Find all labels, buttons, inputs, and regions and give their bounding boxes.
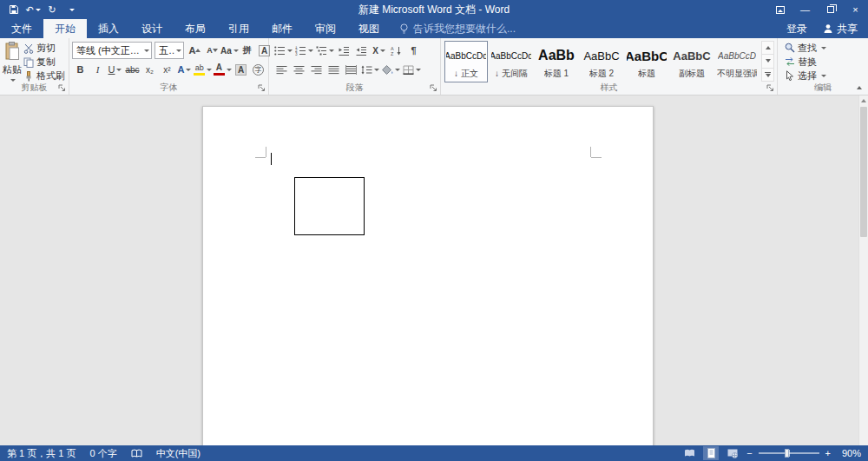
rectangle-shape[interactable] bbox=[294, 177, 365, 235]
tell-me-box[interactable]: 告诉我您想要做什么... bbox=[399, 19, 516, 38]
paste-button[interactable]: 粘贴 bbox=[3, 41, 22, 82]
character-shading-button[interactable]: A bbox=[233, 62, 249, 78]
text-effects-button[interactable]: A bbox=[176, 62, 193, 78]
scrollbar-thumb[interactable] bbox=[860, 107, 867, 237]
read-mode-button[interactable] bbox=[681, 446, 697, 460]
zoom-in-button[interactable]: + bbox=[825, 448, 831, 458]
align-left-button[interactable] bbox=[273, 62, 290, 78]
tabrow-right: 登录 共享 bbox=[786, 19, 868, 38]
document-page[interactable] bbox=[202, 106, 654, 445]
ribbon-tab[interactable]: 审阅 bbox=[304, 19, 347, 38]
underline-button[interactable]: U bbox=[107, 62, 123, 78]
close-button[interactable]: × bbox=[843, 0, 868, 19]
ribbon-tab[interactable]: 布局 bbox=[174, 19, 217, 38]
language-indicator[interactable]: 中文(中国) bbox=[149, 445, 207, 461]
collapse-ribbon-button[interactable] bbox=[853, 82, 865, 93]
borders-button[interactable] bbox=[402, 62, 422, 78]
phonetic-guide-button[interactable]: 拼 bbox=[239, 43, 255, 59]
ribbon-tab[interactable]: 引用 bbox=[217, 19, 260, 38]
font-size-combo[interactable]: 五号 bbox=[155, 42, 184, 59]
align-center-button[interactable] bbox=[291, 62, 307, 78]
sign-in-button[interactable]: 登录 bbox=[786, 22, 807, 36]
show-hide-marks-button[interactable]: ¶ bbox=[405, 43, 422, 59]
style-card[interactable]: AaBbCcDd ↓ 无间隔 bbox=[490, 41, 533, 82]
shrink-font-button[interactable]: A bbox=[204, 43, 220, 59]
scroll-up-button[interactable] bbox=[859, 95, 868, 106]
numbering-button[interactable]: 123 bbox=[294, 43, 314, 59]
format-painter-button[interactable]: 格式刷 bbox=[22, 69, 67, 82]
justify-button[interactable] bbox=[326, 62, 342, 78]
enclose-characters-button[interactable]: 字 bbox=[250, 62, 266, 78]
sort-button[interactable]: AZ bbox=[388, 43, 404, 59]
align-right-button[interactable] bbox=[308, 62, 325, 78]
find-button[interactable]: 查找 bbox=[783, 41, 866, 55]
change-case-button[interactable]: Aa bbox=[221, 43, 238, 59]
restore-button[interactable] bbox=[818, 0, 843, 19]
sort-icon: AZ bbox=[391, 46, 402, 56]
line-spacing-button[interactable] bbox=[360, 62, 380, 78]
styles-scroll-down-button[interactable] bbox=[761, 54, 774, 67]
font-size-value: 五号 bbox=[159, 44, 174, 57]
styles-scroll-up-button[interactable] bbox=[761, 41, 774, 54]
share-button[interactable]: 共享 bbox=[823, 22, 858, 36]
customize-qat-button[interactable] bbox=[62, 0, 80, 19]
chevron-down-icon bbox=[416, 69, 421, 71]
superscript-button[interactable]: x² bbox=[159, 62, 175, 78]
grow-font-button[interactable]: A bbox=[187, 43, 203, 59]
redo-button[interactable]: ↻ bbox=[43, 0, 61, 19]
dialog-launcher-icon bbox=[258, 84, 266, 92]
multilevel-list-button[interactable] bbox=[315, 43, 335, 59]
style-card[interactable]: AaBbCcDd ↓ 正文 bbox=[444, 41, 488, 82]
web-layout-button[interactable] bbox=[725, 446, 740, 460]
asian-layout-button[interactable]: X bbox=[371, 43, 387, 59]
undo-button[interactable]: ↶ bbox=[24, 0, 42, 19]
styles-dialog-launcher[interactable] bbox=[766, 83, 775, 93]
vertical-scrollbar[interactable] bbox=[858, 95, 868, 445]
bold-button[interactable]: B bbox=[72, 62, 89, 78]
italic-button[interactable]: I bbox=[89, 62, 106, 78]
style-card[interactable]: AaBbC 标题 2 bbox=[580, 41, 623, 82]
page-indicator[interactable]: 第 1 页，共 1 页 bbox=[0, 445, 82, 461]
style-card[interactable]: AaBbCcD 不明显强调 bbox=[715, 41, 759, 82]
shading-button[interactable] bbox=[381, 62, 401, 78]
replace-button[interactable]: 替换 bbox=[783, 55, 866, 69]
ribbon-display-options-button[interactable] bbox=[767, 0, 792, 19]
print-layout-button[interactable] bbox=[703, 446, 719, 460]
select-button[interactable]: 选择 bbox=[783, 69, 866, 82]
bullets-button[interactable] bbox=[273, 43, 293, 59]
word-count[interactable]: 0 个字 bbox=[82, 445, 123, 461]
proofing-status[interactable] bbox=[124, 445, 149, 461]
style-card[interactable]: AaBbC 标题 bbox=[625, 41, 668, 82]
clipboard-dialog-launcher[interactable] bbox=[57, 83, 67, 93]
ribbon-tab[interactable]: 视图 bbox=[347, 19, 391, 38]
zoom-level[interactable]: 90% bbox=[837, 448, 861, 458]
decrease-indent-button[interactable] bbox=[336, 43, 352, 59]
subscript-button[interactable]: x₂ bbox=[141, 62, 158, 78]
minimize-button[interactable]: — bbox=[792, 0, 818, 19]
statusbar-right: − + 90% bbox=[681, 446, 868, 460]
line-spacing-icon bbox=[361, 65, 372, 75]
tab-file[interactable]: 文件 bbox=[0, 19, 43, 38]
ribbon-tab[interactable]: 邮件 bbox=[260, 19, 304, 38]
save-button[interactable] bbox=[5, 0, 23, 19]
style-card[interactable]: AaBb 标题 1 bbox=[535, 41, 578, 82]
paragraph-dialog-launcher[interactable] bbox=[429, 83, 438, 93]
ribbon-tab[interactable]: 插入 bbox=[87, 19, 130, 38]
font-color-button[interactable]: A bbox=[214, 62, 233, 78]
style-card[interactable]: AaBbC 副标题 bbox=[670, 41, 713, 82]
zoom-slider[interactable] bbox=[759, 452, 819, 454]
zoom-slider-handle[interactable] bbox=[785, 449, 789, 458]
font-dialog-launcher[interactable] bbox=[257, 83, 266, 93]
distribute-button[interactable] bbox=[343, 62, 359, 78]
styles-more-button[interactable] bbox=[761, 68, 774, 82]
ribbon-tab[interactable]: 开始 bbox=[43, 19, 87, 38]
font-name-combo[interactable]: 等线 (中文正文) bbox=[72, 42, 152, 59]
highlight-color-button[interactable]: ab bbox=[194, 62, 213, 78]
strikethrough-button[interactable]: abc bbox=[124, 62, 141, 78]
copy-button[interactable]: 复制 bbox=[22, 56, 67, 69]
cut-button[interactable]: 剪切 bbox=[22, 42, 67, 55]
chevron-down-icon bbox=[821, 47, 826, 49]
increase-indent-button[interactable] bbox=[353, 43, 370, 59]
ribbon-tab[interactable]: 设计 bbox=[130, 19, 174, 38]
zoom-out-button[interactable]: − bbox=[746, 448, 752, 458]
